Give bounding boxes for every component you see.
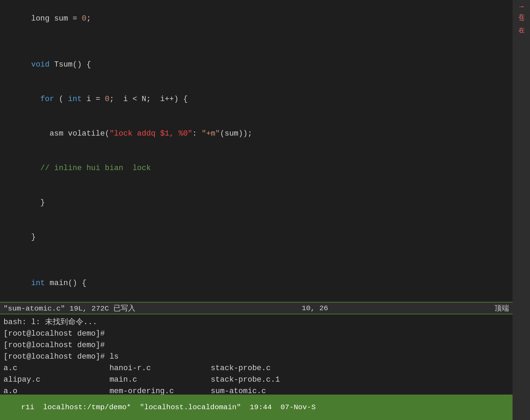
code-token: ( xyxy=(54,95,68,104)
code-token: long sum = xyxy=(31,14,82,23)
main-content: long sum = 0; void Tsum() { for ( int i … xyxy=(0,0,513,420)
code-token: // inline hui bian lock xyxy=(31,164,151,173)
code-token: 0 xyxy=(82,14,86,23)
term-line-4: [root@localhost demo]# ls xyxy=(3,351,509,362)
code-token: main() { xyxy=(45,279,87,288)
code-line-main: int main() { xyxy=(3,266,509,300)
code-line-1: long sum = 0; xyxy=(3,1,509,36)
term-line-5: a.c hanoi-r.c stack-probe.c xyxy=(3,362,509,374)
code-token: i = xyxy=(82,95,105,104)
term-line-6: alipay.c main.c stack-probe.c.1 xyxy=(3,374,509,385)
file-info: "sum-atomic.c" 19L, 272C 已写入 xyxy=(3,303,135,313)
code-line-comment: // inline hui bian lock xyxy=(3,151,509,185)
editor-area: long sum = 0; void Tsum() { for ( int i … xyxy=(0,0,513,302)
code-token: : xyxy=(192,129,201,138)
code-token: Tsum() { xyxy=(50,60,91,69)
code-token: asm volatile( xyxy=(31,129,109,138)
term-line-2: [root@localhost demo]# xyxy=(3,328,509,339)
code-token: "+m" xyxy=(202,129,220,138)
code-token: void xyxy=(31,60,50,69)
code-line-void: void Tsum() { xyxy=(3,47,509,82)
sidebar-btn-1[interactable]: !在 xyxy=(516,3,526,10)
code-token: for xyxy=(40,95,54,104)
code-line-for: for ( int i = 0; i < N; i++) { xyxy=(3,82,509,116)
code-token xyxy=(31,95,40,104)
code-token: (sum)); xyxy=(220,129,252,138)
code-token: ; i < N; i++) { xyxy=(110,95,188,104)
status-bar: "sum-atomic.c" 19L, 272C 已写入 10, 26 顶端 xyxy=(0,302,513,314)
sidebar-btn-2[interactable]: !在 xyxy=(516,17,526,24)
code-token: 0 xyxy=(105,95,109,104)
code-token: } xyxy=(31,233,36,242)
cursor-position: 10, 26 xyxy=(302,304,328,312)
right-sidebar: !在 !在 xyxy=(513,0,530,420)
location-indicator: 顶端 xyxy=(494,303,509,313)
code-token: int xyxy=(68,95,82,104)
code-line-close2: } xyxy=(3,220,509,254)
term-line-1: bash: l: 未找到命令... xyxy=(3,316,509,328)
bottom-status-bar: r1i localhost:/tmp/demo* "localhost.loca… xyxy=(0,395,513,420)
term-line-7: a.o mem-ordering.c sum-atomic.c xyxy=(3,385,509,395)
bottom-status-text: r1i localhost:/tmp/demo* "localhost.loca… xyxy=(21,403,315,411)
terminal-area[interactable]: bash: l: 未找到命令... [root@localhost demo]#… xyxy=(0,314,513,395)
code-token: } xyxy=(31,198,45,207)
code-line-blank xyxy=(3,36,509,47)
code-token: ; xyxy=(87,14,91,23)
term-line-3: [root@localhost demo]# xyxy=(3,339,509,351)
code-token: int xyxy=(31,279,45,288)
code-line-asm: asm volatile("lock addq $1, %0": "+m"(su… xyxy=(3,116,509,151)
code-line-blank2 xyxy=(3,254,509,266)
code-token: "lock addq $1, %0" xyxy=(110,129,193,138)
code-line-close1: } xyxy=(3,185,509,220)
